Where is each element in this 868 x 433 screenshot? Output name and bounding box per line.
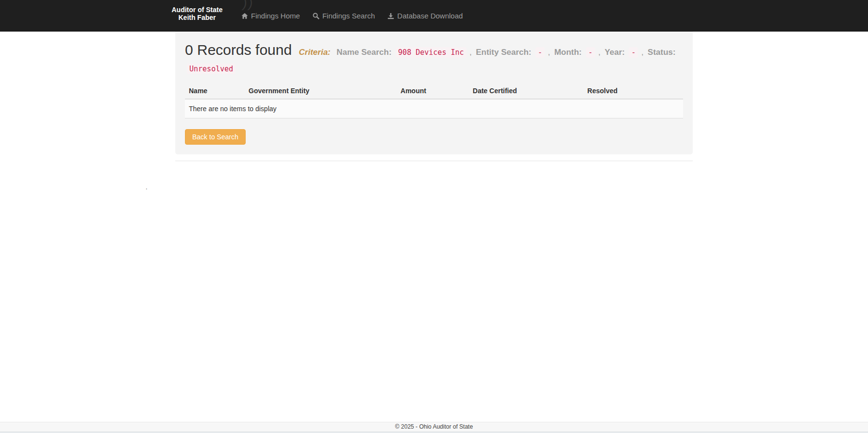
column-header-resolved: Resolved	[584, 83, 683, 99]
nav-item-database-download[interactable]: Database Download	[381, 0, 469, 32]
brand-line2: Keith Faber	[164, 14, 230, 21]
column-header-government-entity: Government Entity	[245, 83, 397, 99]
divider	[175, 161, 693, 161]
brand-line1: Auditor of State	[164, 6, 230, 14]
results-heading-line: 0 Records found Criteria: Name Search: 9…	[185, 42, 683, 77]
criteria-separator: ,	[469, 48, 472, 57]
criteria-status-label: Status:	[648, 48, 676, 57]
nav-item-findings-search[interactable]: Findings Search	[306, 0, 381, 32]
empty-row: There are no items to display	[185, 99, 683, 118]
criteria-separator: ,	[641, 48, 644, 57]
download-icon	[387, 13, 394, 19]
column-header-amount: Amount	[397, 83, 469, 99]
empty-message: There are no items to display	[185, 99, 683, 118]
criteria-month-label: Month:	[554, 48, 582, 57]
column-header-name: Name	[185, 83, 245, 99]
nav-label: Findings Home	[251, 12, 300, 20]
results-panel: 0 Records found Criteria: Name Search: 9…	[175, 32, 693, 154]
content-container: 0 Records found Criteria: Name Search: 9…	[175, 32, 693, 161]
criteria-entity-search-value: -	[535, 47, 545, 58]
nav-label: Database Download	[397, 12, 463, 20]
top-navbar: )) Auditor of State Keith Faber Findings…	[0, 0, 868, 32]
criteria-separator: ,	[548, 48, 550, 57]
brand-logo[interactable]: Auditor of State Keith Faber	[164, 6, 230, 21]
criteria-year-value: -	[629, 47, 638, 58]
search-icon	[313, 13, 319, 19]
stray-dot: .	[146, 183, 148, 191]
copyright-text: © 2025 - Ohio Auditor of State	[395, 423, 473, 430]
main-nav: Findings Home Findings Search Database D…	[235, 0, 469, 32]
criteria-name-search-value: 908 Devices Inc	[396, 47, 466, 58]
nav-item-findings-home[interactable]: Findings Home	[235, 0, 306, 32]
criteria-name-search-label: Name Search:	[336, 48, 391, 57]
nav-label: Findings Search	[322, 12, 375, 20]
back-to-search-button[interactable]: Back to Search	[185, 129, 246, 145]
results-table: Name Government Entity Amount Date Certi…	[185, 83, 683, 118]
criteria-entity-search-label: Entity Search:	[476, 48, 531, 57]
criteria-month-value: -	[586, 47, 595, 58]
footer: © 2025 - Ohio Auditor of State	[0, 422, 868, 432]
column-header-date-certified: Date Certified	[469, 83, 584, 99]
criteria-year-label: Year:	[604, 48, 625, 57]
table-header-row: Name Government Entity Amount Date Certi…	[185, 83, 683, 99]
records-found-heading: 0 Records found	[185, 42, 292, 58]
criteria-separator: ,	[598, 48, 601, 57]
home-icon	[241, 13, 248, 19]
criteria-status-value: Unresolved	[187, 64, 235, 74]
criteria-label: Criteria:	[299, 48, 331, 57]
